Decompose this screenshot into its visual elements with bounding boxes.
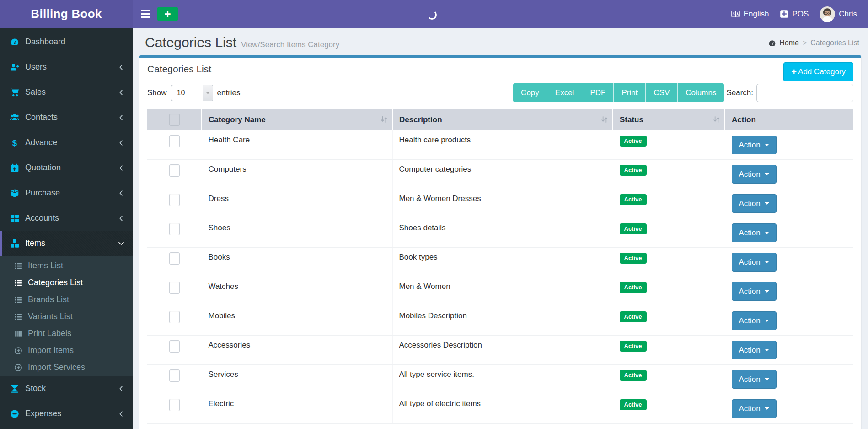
sidebar-menu: DashboardUsersSalesContacts$AdvanceQuota… [0,28,133,426]
description-cell: Mobiles Description [392,306,613,336]
row-checkbox[interactable] [169,135,180,147]
navbar-main: + English [133,0,868,28]
status-cell: Active [613,394,725,424]
row-checkbox[interactable] [169,340,180,353]
quick-add-button[interactable]: + [157,7,178,21]
breadcrumb-separator: > [803,39,807,47]
export-excel-button[interactable]: Excel [547,83,583,102]
app-logo[interactable]: Billing Book [0,0,133,28]
user-menu[interactable]: Chris [814,0,863,28]
user-avatar [820,6,835,22]
pos-button[interactable]: POS [774,0,814,28]
sidebar-subitem-import-services[interactable]: Import Services [0,359,133,376]
users-icon [10,113,19,122]
export-csv-button[interactable]: CSV [646,83,678,102]
sidebar-item-label: Accounts [25,213,118,223]
sidebar-subitem-items-list[interactable]: Items List [0,257,133,274]
table-row-accessories: AccessoriesAccessories DescriptionActive… [147,336,853,365]
column-header-category-name[interactable]: Category Name [202,109,392,130]
action-cell: Action [725,160,853,189]
list-icon [14,262,22,270]
action-cell: Action [725,394,853,424]
checkbox-cell [147,277,202,306]
sidebar-item-stock[interactable]: Stock [0,376,133,401]
status-cell: Active [613,336,725,365]
action-dropdown-button[interactable]: Action [732,194,777,213]
action-dropdown-button[interactable]: Action [732,136,777,154]
sidebar-toggle-button[interactable] [135,0,155,28]
row-checkbox[interactable] [169,311,180,323]
caret-down-icon [765,232,769,234]
action-cell: Action [725,218,853,248]
sidebar-item-items[interactable]: Items [0,231,133,256]
list-icon [14,279,22,287]
export-copy-button[interactable]: Copy [513,83,547,102]
export-pdf-button[interactable]: PDF [582,83,614,102]
language-menu[interactable]: English [726,0,775,28]
export-print-button[interactable]: Print [614,83,646,102]
checkbox-cell [147,394,202,424]
page-title: Categories List View/Search Items Catego… [145,35,861,52]
row-checkbox[interactable] [169,164,180,177]
sidebar-subitem-categories-list[interactable]: Categories List [0,274,133,291]
sidebar-item-sales[interactable]: Sales [0,80,133,105]
sidebar-item-label: Contacts [25,113,118,122]
sidebar-item-expenses[interactable]: Expenses [0,401,133,426]
add-category-button[interactable]: + Add Category [783,62,853,81]
action-dropdown-button[interactable]: Action [732,370,777,389]
page-size-select[interactable]: 10 [171,85,213,101]
row-checkbox[interactable] [169,223,180,235]
export-columns-button[interactable]: Columns [678,83,724,102]
row-checkbox[interactable] [169,282,180,294]
column-header-description[interactable]: Description [392,109,613,130]
chevron-left-icon [118,64,124,71]
action-dropdown-button[interactable]: Action [732,399,777,418]
row-checkbox[interactable] [169,369,180,382]
sidebar-subitem-import-items[interactable]: Import Items [0,342,133,359]
status-badge: Active [620,136,647,147]
sidebar-item-advance[interactable]: $Advance [0,130,133,155]
row-checkbox[interactable] [169,399,180,411]
select-all-checkbox[interactable] [169,114,180,126]
description-cell: Men & Women Dresses [392,189,613,218]
row-checkbox[interactable] [169,194,180,206]
sidebar-item-accounts[interactable]: Accounts [0,206,133,231]
caret-down-icon [765,173,769,175]
column-header-status[interactable]: Status [613,109,725,130]
sidebar-subitem-print-labels[interactable]: Print Labels [0,325,133,342]
hourglass-icon [10,384,19,393]
sidebar-item-purchase[interactable]: Purchase [0,180,133,206]
sidebar-item-quotation[interactable]: Quotation [0,155,133,180]
table-header-row: Category Name Description [147,109,853,130]
cubes-icon [10,239,19,248]
table-row-services: ServicesAll type service items.ActiveAct… [147,365,853,394]
sidebar-item-users[interactable]: Users [0,54,133,80]
action-dropdown-button[interactable]: Action [732,341,777,359]
sidebar-subitem-brands-list[interactable]: Brands List [0,291,133,308]
datatable-toolbar: Show 10 entries CopyExcelPDFPrintCSVColu… [147,83,853,102]
sidebar-item-dashboard[interactable]: Dashboard [0,29,133,54]
action-dropdown-button[interactable]: Action [732,311,777,330]
chevron-left-icon [118,140,124,146]
table-row-watches: WatchesMen & WomenActiveAction [147,277,853,306]
caret-down-icon [765,320,769,322]
checkbox-cell [147,336,202,365]
sidebar-subitem-variants-list[interactable]: Variants List [0,308,133,325]
arrow-circle-left-icon [14,364,22,372]
breadcrumb-home-link[interactable]: Home [779,39,799,47]
category-name-cell: Shoes [202,218,392,248]
search-input[interactable] [756,84,853,102]
status-badge: Active [620,341,647,352]
action-dropdown-button[interactable]: Action [732,282,777,301]
action-dropdown-button[interactable]: Action [732,253,777,272]
user-plus-icon [10,63,19,72]
sidebar-item-label: Expenses [25,409,118,418]
status-cell: Active [613,248,725,277]
action-dropdown-button[interactable]: Action [732,223,777,242]
language-label: English [744,10,769,19]
caret-down-icon [765,144,769,146]
sidebar-item-contacts[interactable]: Contacts [0,105,133,130]
row-checkbox[interactable] [169,252,180,265]
action-dropdown-button[interactable]: Action [732,165,777,184]
dollar-icon: $ [10,138,19,147]
